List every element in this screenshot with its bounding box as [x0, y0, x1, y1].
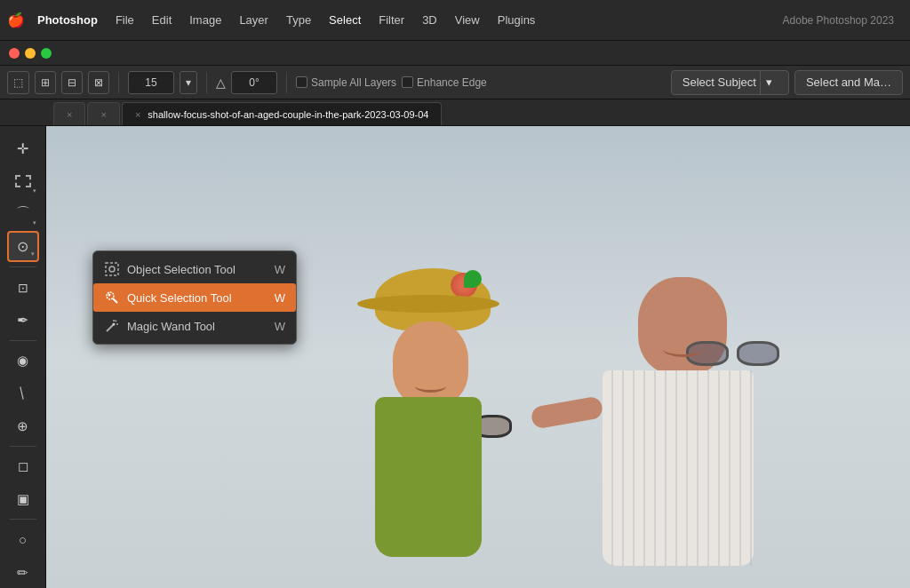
svg-point-9 [113, 323, 116, 326]
tool-pen[interactable]: ✏ [7, 557, 39, 588]
menu-image[interactable]: Image [180, 10, 230, 30]
tab-3-close[interactable]: × [135, 109, 140, 120]
eyedropper-icon: ✒ [17, 312, 28, 329]
clone-icon: ⊕ [17, 418, 28, 434]
svg-line-8 [116, 321, 117, 322]
add-selection-button[interactable]: ⊞ [35, 71, 56, 94]
lasso-submenu-indicator: ▾ [33, 219, 36, 226]
magic-wand-shortcut: W [275, 320, 285, 333]
sample-all-layers-checkbox[interactable] [296, 76, 307, 88]
canvas-area: Object Selection Tool W Quick Selection … [46, 126, 910, 588]
man-shirt-stripes [603, 370, 754, 566]
quick-selection-shortcut: W [275, 291, 285, 305]
separator-tools-2 [10, 340, 36, 341]
tool-move[interactable]: ✛ [7, 133, 39, 164]
new-selection-icon: ⬚ [13, 76, 23, 89]
object-selection-shortcut: W [275, 263, 285, 276]
svg-rect-0 [106, 263, 118, 275]
sample-all-layers-label[interactable]: Sample All Layers [296, 76, 396, 89]
tool-clone[interactable]: ⊕ [7, 410, 39, 441]
man-figure [585, 250, 780, 588]
man-smile [663, 341, 703, 357]
magic-wand-label: Magic Wand Tool [127, 320, 215, 333]
quick-selection-icon [104, 290, 120, 306]
tool-healing[interactable]: ◉ [7, 346, 39, 377]
tool-dodge[interactable]: ○ [7, 524, 39, 555]
tool-lasso[interactable]: ⌒ ▾ [7, 199, 39, 230]
tool-marquee[interactable]: ▾ [7, 166, 39, 197]
enhance-edge-label[interactable]: Enhance Edge [402, 76, 487, 89]
lasso-icon: ⌒ [16, 204, 30, 223]
context-menu: Object Selection Tool W Quick Selection … [92, 250, 297, 345]
maximize-window-button[interactable] [41, 48, 52, 59]
menu-edit[interactable]: Edit [143, 10, 180, 30]
quick-select-submenu-indicator: ▾ [31, 250, 35, 258]
woman-body [375, 397, 482, 557]
select-subject-chevron[interactable]: ▾ [760, 71, 778, 94]
menu-file[interactable]: File [107, 10, 143, 30]
quick-selection-label: Quick Selection Tool [127, 291, 232, 305]
menu-view[interactable]: View [446, 10, 489, 30]
tool-quick-select[interactable]: ⊙ ▾ [7, 231, 39, 262]
context-menu-magic-wand[interactable]: Magic Wand Tool W [93, 312, 296, 340]
main-area: ✛ ▾ ⌒ ▾ ⊙ ▾ ⊡ ✒ ◉ [0, 126, 910, 588]
woman-hat-brim [357, 295, 499, 313]
separator-tools-1 [10, 266, 36, 267]
tab-2[interactable]: × [87, 102, 119, 125]
separator-2 [206, 72, 207, 93]
marquee-icon [15, 175, 31, 187]
context-menu-object-selection[interactable]: Object Selection Tool W [93, 255, 296, 283]
menu-select[interactable]: Select [320, 10, 370, 30]
angle-field[interactable]: 0° [231, 71, 277, 94]
hat-leaf [464, 270, 482, 288]
tool-eraser[interactable]: ◻ [7, 451, 39, 482]
menu-type[interactable]: Type [277, 10, 320, 30]
menu-plugins[interactable]: Plugins [489, 10, 545, 30]
woman-figure [348, 250, 526, 588]
angle-icon: △ [216, 75, 226, 90]
tab-2-close[interactable]: × [100, 109, 106, 120]
tab-1-close[interactable]: × [67, 109, 72, 120]
intersect-selection-button[interactable]: ⊠ [88, 71, 109, 94]
separator-3 [286, 72, 287, 93]
woman-face [393, 322, 468, 406]
separator-tools-3 [10, 446, 36, 447]
brush-icon: ∕ [15, 385, 30, 401]
apple-menu[interactable]: 🍎 [7, 12, 25, 28]
minimize-window-button[interactable] [25, 48, 36, 59]
eraser-icon: ◻ [18, 458, 28, 474]
enhance-edge-checkbox[interactable] [402, 76, 413, 88]
context-menu-quick-selection[interactable]: Quick Selection Tool W [93, 283, 296, 312]
menu-bar: 🍎 Photoshop File Edit Image Layer Type S… [0, 0, 910, 41]
brush-size-field[interactable]: 15 [128, 71, 174, 94]
svg-line-3 [113, 298, 117, 303]
app-name-menu[interactable]: Photoshop [37, 13, 98, 27]
brush-size-dropdown[interactable]: ▾ [180, 71, 197, 94]
svg-point-1 [109, 266, 115, 272]
tab-1[interactable]: × [53, 102, 85, 125]
options-bar: ⬚ ⊞ ⊟ ⊠ 15 ▾ △ 0° Sample All Layers Enha… [0, 66, 910, 99]
separator-tools-4 [10, 519, 36, 520]
tool-brush[interactable]: ∕ [7, 377, 39, 409]
svg-point-4 [108, 294, 111, 297]
add-selection-icon: ⊞ [41, 76, 50, 89]
close-window-button[interactable] [9, 48, 20, 59]
move-icon: ✛ [17, 140, 28, 157]
marquee-submenu-indicator: ▾ [33, 187, 36, 195]
select-and-mask-button[interactable]: Select and Ma… [794, 70, 903, 95]
intersect-selection-icon: ⊠ [94, 76, 103, 89]
menu-layer[interactable]: Layer [230, 10, 277, 30]
tab-3-active[interactable]: × shallow-focus-shot-of-an-aged-couple-i… [122, 102, 443, 125]
gradient-icon: ▣ [17, 491, 29, 507]
dodge-icon: ○ [19, 532, 27, 547]
tool-gradient[interactable]: ▣ [7, 484, 39, 515]
tool-crop[interactable]: ⊡ [7, 272, 39, 303]
select-subject-button[interactable]: Select Subject ▾ [671, 70, 789, 95]
photo-canvas[interactable] [46, 126, 910, 588]
menu-3d[interactable]: 3D [413, 10, 446, 30]
tool-eyedropper[interactable]: ✒ [7, 305, 39, 336]
new-selection-button[interactable]: ⬚ [7, 71, 29, 94]
subtract-selection-button[interactable]: ⊟ [61, 71, 83, 94]
menu-filter[interactable]: Filter [370, 10, 413, 30]
tab-bar: × × × shallow-focus-shot-of-an-aged-coup… [0, 99, 910, 126]
